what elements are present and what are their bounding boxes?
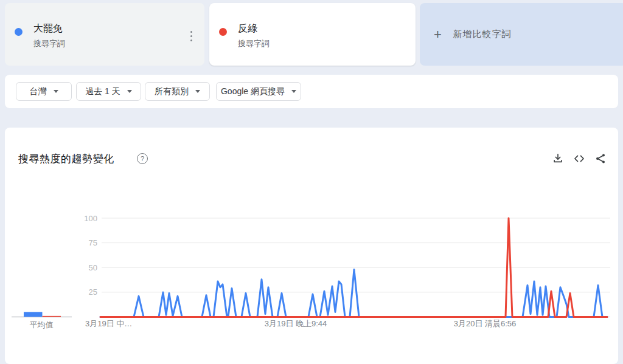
average-bar-0[interactable] <box>24 312 43 317</box>
region-filter-dropdown[interactable]: 台灣 <box>16 82 72 101</box>
panel-title: 搜尋熱度的趨勢變化 <box>18 152 114 166</box>
y-axis-tick-label: 25 <box>89 287 97 297</box>
y-axis-tick-label: 50 <box>89 263 97 272</box>
x-axis-tick-label: 3月20日 清晨6:56 <box>454 319 517 328</box>
add-comparison-label: 新增比較字詞 <box>453 29 512 40</box>
chevron-down-icon <box>54 90 58 93</box>
average-label: 平均值 <box>30 320 54 329</box>
plus-icon: + <box>434 28 442 41</box>
chevron-down-icon <box>127 90 132 93</box>
interest-over-time-panel: 搜尋熱度的趨勢變化 ? 1007550253月19日 中…3月19日 晚上9:4… <box>5 128 618 364</box>
chevron-down-icon <box>291 90 296 93</box>
series-color-dot <box>219 28 227 36</box>
help-icon[interactable]: ? <box>137 153 148 164</box>
term-label: 反綠 <box>238 22 257 35</box>
time-range-filter-dropdown[interactable]: 過去 1 天 <box>76 82 141 101</box>
y-axis-tick-label: 100 <box>84 214 97 223</box>
share-icon[interactable] <box>593 151 608 167</box>
term-card-1[interactable]: 反綠 搜尋字詞 <box>209 3 416 66</box>
series-color-dot <box>15 28 23 36</box>
y-axis-tick-label: 75 <box>89 238 97 247</box>
term-type-label: 搜尋字詞 <box>33 38 65 49</box>
overflow-menu-icon[interactable] <box>189 30 193 43</box>
category-value: 所有類別 <box>155 86 189 97</box>
trend-line-0 <box>100 270 607 317</box>
region-filter-value: 台灣 <box>30 86 47 97</box>
chevron-down-icon <box>195 90 200 93</box>
search-type-filter-dropdown[interactable]: Google 網頁搜尋 <box>216 82 301 101</box>
term-card-0[interactable]: 大罷免 搜尋字詞 <box>5 3 204 66</box>
x-axis-tick-label: 3月19日 晚上9:44 <box>265 319 327 328</box>
filter-bar: 台灣 過去 1 天 所有類別 Google 網頁搜尋 <box>5 75 618 108</box>
category-filter-dropdown[interactable]: 所有類別 <box>145 82 210 101</box>
download-icon[interactable] <box>550 151 566 167</box>
x-axis-tick-label: 3月19日 中… <box>85 319 132 328</box>
embed-icon[interactable] <box>571 151 587 167</box>
term-type-label: 搜尋字詞 <box>238 38 270 49</box>
search-type-value: Google 網頁搜尋 <box>221 86 285 97</box>
add-comparison-term-button[interactable]: + 新增比較字詞 <box>420 3 623 66</box>
trends-chart[interactable]: 1007550253月19日 中…3月19日 晚上9:443月20日 清晨6:5… <box>0 201 623 337</box>
average-bar-1[interactable] <box>43 316 61 317</box>
term-label: 大罷免 <box>33 22 63 35</box>
time-range-value: 過去 1 天 <box>85 86 120 97</box>
